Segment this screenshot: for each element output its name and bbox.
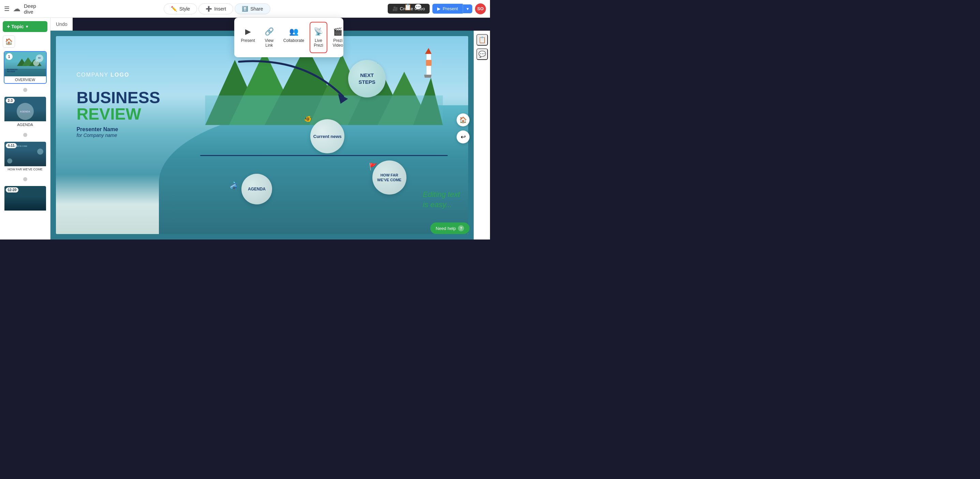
sidebar: + Topic ▼ 🏠 1 NS BUSINESSREVIEW Overview: [0, 18, 51, 240]
present-option-icon: ▶: [245, 27, 251, 36]
business-review-block: BUSINESS REVIEW Presenter Name for Compa…: [76, 90, 160, 138]
slide-label-overview: Overview: [5, 76, 46, 83]
slide-content: COMPANY LOGO BUSINESS REVIEW Presenter N…: [56, 36, 468, 234]
business-title: BUSINESS: [76, 90, 160, 106]
plus-icon: +: [7, 24, 10, 30]
company-name: for Company name: [76, 133, 160, 138]
notes-icon[interactable]: 📋: [404, 3, 412, 11]
topbar-right: 🎥 Create video ▶ Present ▼ SO: [383, 3, 490, 14]
editing-text: Editing text is easy...: [423, 189, 460, 211]
style-button[interactable]: ✏️ Style: [164, 3, 197, 14]
slide-preview-newgoals: 12-20 NEW GOALS: [5, 186, 46, 211]
slide-label-newgoals: [5, 211, 46, 213]
share-option-prezivideo[interactable]: 🎬 Prezi Video: [329, 22, 347, 53]
business-subtitle: REVIEW: [76, 106, 160, 122]
slide-preview-agenda: 2-3 AGENDA: [5, 97, 46, 121]
slide-container: COMPANY LOGO BUSINESS REVIEW Presenter N…: [56, 36, 468, 234]
people-icon: 👥: [289, 27, 298, 36]
pencil-icon: ✏️: [171, 6, 177, 12]
share-option-present[interactable]: ▶ Present: [237, 22, 259, 53]
cloud-icon: ☁: [13, 5, 21, 13]
live-prezi-icon: 📡: [314, 27, 323, 36]
chevron-down-icon: ▼: [25, 25, 29, 29]
slide-preview-overview: 1 NS BUSINESSREVIEW: [5, 52, 46, 76]
share-option-viewlink[interactable]: 🔗 View Link: [261, 22, 278, 53]
present-button[interactable]: ▶ Present: [433, 4, 463, 14]
video-camera-icon: 🎥: [393, 6, 398, 11]
slide-thumb-howfar[interactable]: 4-11 HOW FAR WE'VE COME HOW FAR WE'VE CO…: [4, 141, 47, 173]
share-option-collaborate[interactable]: 👥 Collaborate: [279, 22, 308, 53]
need-help-button[interactable]: Need help ?: [430, 222, 469, 234]
play-icon: ▶: [437, 6, 441, 11]
slide-preview-howfar: 4-11 HOW FAR WE'VE COME: [5, 142, 46, 166]
fish-icon: 🐠: [304, 115, 312, 123]
slide-num-overview: 1: [6, 53, 13, 60]
app-title: Deep dive: [24, 3, 46, 15]
topbar-left: ☰ ☁ Deep dive: [0, 3, 51, 15]
main-canvas: COMPANY LOGO BUSINESS REVIEW Presenter N…: [51, 31, 474, 240]
topbar-center: ✏️ Style ➕ Insert ⬆️ Share: [51, 3, 383, 14]
connector-dot-3: [23, 177, 27, 181]
link-icon: 🔗: [265, 27, 274, 36]
share-option-liveprezi[interactable]: 📡 Live Prezi: [310, 22, 327, 53]
connector-dot-1: [23, 88, 27, 92]
upload-icon: ⬆️: [242, 6, 248, 12]
slide-background: COMPANY LOGO BUSINESS REVIEW Presenter N…: [56, 36, 468, 234]
right-sidebar: 📋 💬: [474, 31, 490, 240]
share-dropdown: ▶ Present 🔗 View Link 👥 Collaborate 📡 Li…: [234, 18, 344, 57]
prezi-video-icon: 🎬: [333, 27, 342, 36]
connector-dot-2: [23, 133, 27, 137]
flag-icon: 🚩: [369, 162, 377, 171]
topic-button[interactable]: + Topic ▼: [3, 21, 48, 32]
slide-label-howfar: HOW FAR WE'VE COME: [5, 166, 46, 172]
slide-thumb-newgoals[interactable]: 12-20 NEW GOALS: [4, 186, 47, 214]
share-button[interactable]: ⬆️ Share: [235, 3, 270, 14]
chat-icon[interactable]: 💬: [414, 3, 422, 11]
home-icon: 🏠: [5, 38, 13, 45]
diver-icon: 🤿: [228, 181, 239, 192]
agenda-circle[interactable]: AGENDA: [242, 174, 272, 205]
slide-thumb-agenda[interactable]: 2-3 AGENDA AGENDA: [4, 96, 47, 129]
plus-circle-icon: ➕: [205, 6, 212, 12]
slide-thumb-overview[interactable]: 1 NS BUSINESSREVIEW Overview: [4, 51, 47, 84]
comments-button[interactable]: 💬: [476, 48, 488, 60]
insert-button[interactable]: ➕ Insert: [199, 3, 233, 14]
next-steps-circle[interactable]: NEXT STEPS: [348, 60, 386, 97]
nav-back-button[interactable]: ↩: [457, 130, 469, 143]
notes-panel-button[interactable]: 📋: [476, 34, 488, 46]
company-logo-text: COMPANY LOGO: [76, 72, 129, 78]
present-dropdown-button[interactable]: ▼: [463, 5, 472, 13]
topbar: ☰ ☁ Deep dive ✏️ Style ➕ Insert ⬆️ Share…: [0, 0, 490, 18]
avatar: SO: [475, 3, 486, 14]
current-news-circle[interactable]: Current news: [310, 119, 344, 153]
nav-home-button[interactable]: 🏠: [457, 113, 469, 126]
presenter-name: Presenter Name: [76, 126, 160, 133]
slide-label-agenda: AGENDA: [5, 121, 46, 128]
help-question-icon: ?: [458, 225, 464, 231]
slide-num-agenda: 2-3: [6, 98, 15, 103]
undo-bar[interactable]: Undo: [51, 18, 73, 31]
present-button-group: ▶ Present ▼: [433, 4, 472, 14]
home-sidebar-button[interactable]: 🏠: [3, 35, 15, 48]
divider-line: [200, 155, 447, 156]
hamburger-icon[interactable]: ☰: [4, 5, 10, 13]
